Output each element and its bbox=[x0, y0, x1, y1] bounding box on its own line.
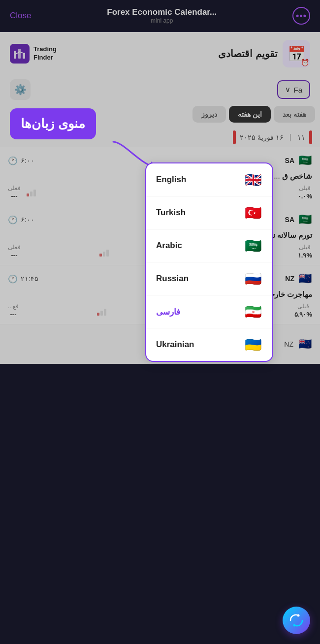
lang-name-english: English bbox=[156, 175, 186, 185]
lang-name-turkish: Turkish bbox=[156, 208, 186, 218]
brand-fab-button[interactable] bbox=[283, 607, 310, 634]
lang-name-russian: Russian bbox=[156, 274, 189, 284]
lang-name-persian: فارسی bbox=[156, 307, 180, 317]
lang-option-arabic[interactable]: Arabic 🇸🇦 bbox=[146, 229, 272, 262]
lang-option-russian[interactable]: Russian 🇷🇺 bbox=[146, 262, 272, 295]
lang-option-persian[interactable]: فارسی 🇮🇷 bbox=[146, 295, 272, 328]
flag-arabic: 🇸🇦 bbox=[244, 236, 262, 255]
lang-name-arabic: Arabic bbox=[156, 241, 182, 251]
flag-persian: 🇮🇷 bbox=[244, 302, 262, 321]
flag-turkish: 🇹🇷 bbox=[244, 203, 262, 222]
svg-point-14 bbox=[293, 624, 296, 627]
lang-option-turkish[interactable]: Turkish 🇹🇷 bbox=[146, 196, 272, 229]
flag-ukrainian: 🇺🇦 bbox=[244, 335, 262, 354]
lang-option-ukrainian[interactable]: Ukrainian 🇺🇦 bbox=[146, 328, 272, 361]
svg-point-13 bbox=[297, 614, 300, 617]
language-dropdown[interactable]: English 🇬🇧 Turkish 🇹🇷 Arabic 🇸🇦 Russian … bbox=[145, 162, 273, 362]
lang-name-ukrainian: Ukrainian bbox=[156, 340, 194, 350]
lang-option-english[interactable]: English 🇬🇧 bbox=[146, 163, 272, 196]
flag-english: 🇬🇧 bbox=[244, 170, 262, 189]
flag-russian: 🇷🇺 bbox=[244, 269, 262, 288]
